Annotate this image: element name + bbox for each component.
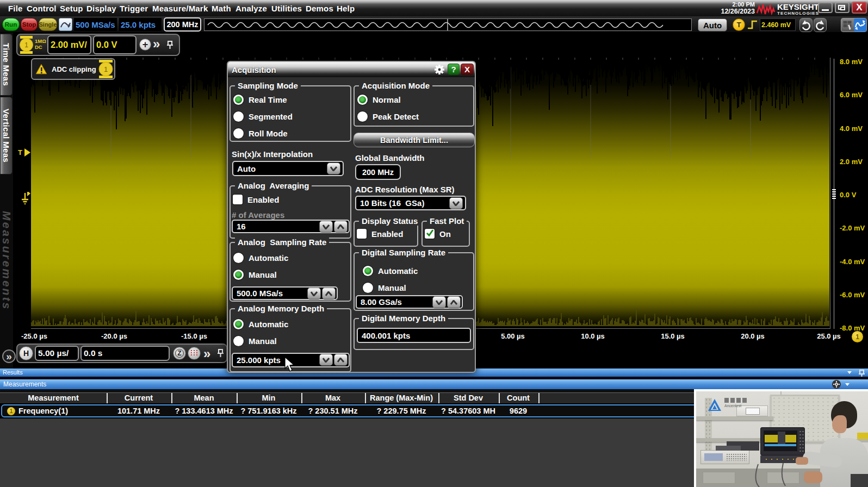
svg-text:1: 1 [24,41,28,49]
svg-text:1: 1 [104,65,108,73]
